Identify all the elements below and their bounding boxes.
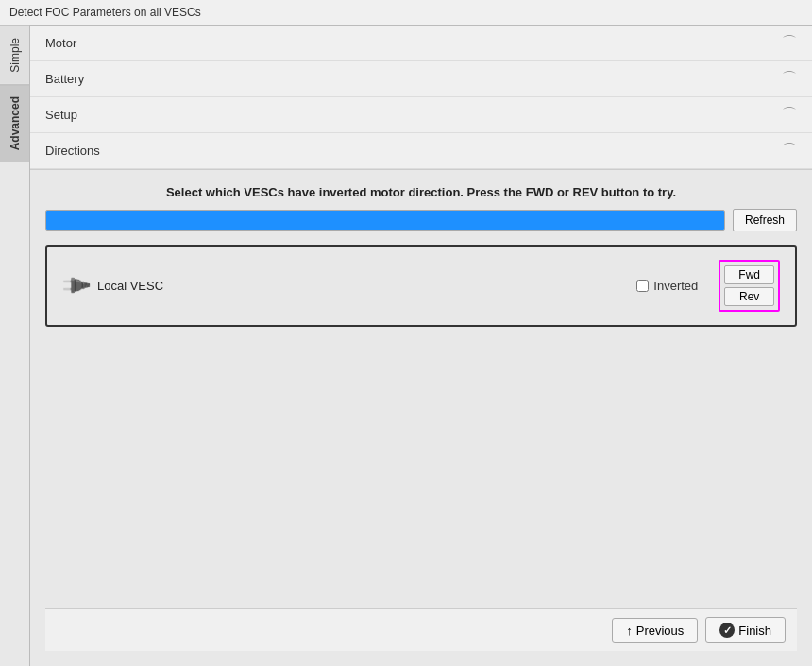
previous-arrow-icon: ↑ xyxy=(626,623,633,638)
inverted-checkbox-group: Inverted xyxy=(636,279,698,293)
inverted-checkbox[interactable] xyxy=(636,280,649,292)
finish-check-icon: ✓ xyxy=(719,623,735,638)
bottom-bar: ↑ Previous ✓ Finish xyxy=(45,608,797,651)
nav-items: Motor ⌒ Battery ⌒ Setup ⌒ Directions ⌒ xyxy=(30,26,812,170)
plug-icon: 🔌 xyxy=(58,268,93,303)
previous-button[interactable]: ↑ Previous xyxy=(612,618,698,643)
chevron-icon-battery: ⌒ xyxy=(782,69,797,89)
finish-label: Finish xyxy=(738,623,771,638)
finish-button[interactable]: ✓ Finish xyxy=(705,617,786,643)
progress-bar-fill xyxy=(46,211,724,230)
previous-label: Previous xyxy=(636,623,685,638)
nav-item-setup[interactable]: Setup ⌒ xyxy=(30,97,812,133)
title-bar-text: Detect FOC Parameters on all VESCs xyxy=(9,6,201,19)
chevron-icon-directions: ⌒ xyxy=(782,141,797,161)
title-bar: Detect FOC Parameters on all VESCs xyxy=(0,0,812,26)
vesc-name: Local VESC xyxy=(97,279,627,293)
nav-item-battery[interactable]: Battery ⌒ xyxy=(30,61,812,97)
refresh-button[interactable]: Refresh xyxy=(733,209,797,231)
chevron-icon-motor: ⌒ xyxy=(782,33,797,53)
main-container: Simple Advanced Motor ⌒ Battery ⌒ Setup … xyxy=(0,26,812,666)
spacer xyxy=(45,327,797,608)
vertical-tabs: Simple Advanced xyxy=(0,26,30,666)
vesc-list: 🔌 Local VESC Inverted Fwd Rev xyxy=(45,245,797,327)
vtab-advanced[interactable]: Advanced xyxy=(0,84,29,162)
progress-bar-container xyxy=(45,210,725,231)
rev-button[interactable]: Rev xyxy=(724,287,774,306)
chevron-icon-setup: ⌒ xyxy=(782,105,797,125)
instruction-text: Select which VESCs have inverted motor d… xyxy=(45,185,797,199)
content-area: Motor ⌒ Battery ⌒ Setup ⌒ Directions ⌒ S… xyxy=(30,26,812,666)
nav-item-directions[interactable]: Directions ⌒ xyxy=(30,133,812,169)
table-row: 🔌 Local VESC Inverted Fwd Rev xyxy=(55,254,787,317)
progress-row: Refresh xyxy=(45,209,797,231)
inverted-label: Inverted xyxy=(653,279,698,293)
fwd-rev-group: Fwd Rev xyxy=(719,260,780,312)
nav-item-motor[interactable]: Motor ⌒ xyxy=(30,26,812,61)
main-panel: Select which VESCs have inverted motor d… xyxy=(30,170,812,666)
vtab-simple[interactable]: Simple xyxy=(0,26,29,84)
fwd-button[interactable]: Fwd xyxy=(724,265,774,284)
